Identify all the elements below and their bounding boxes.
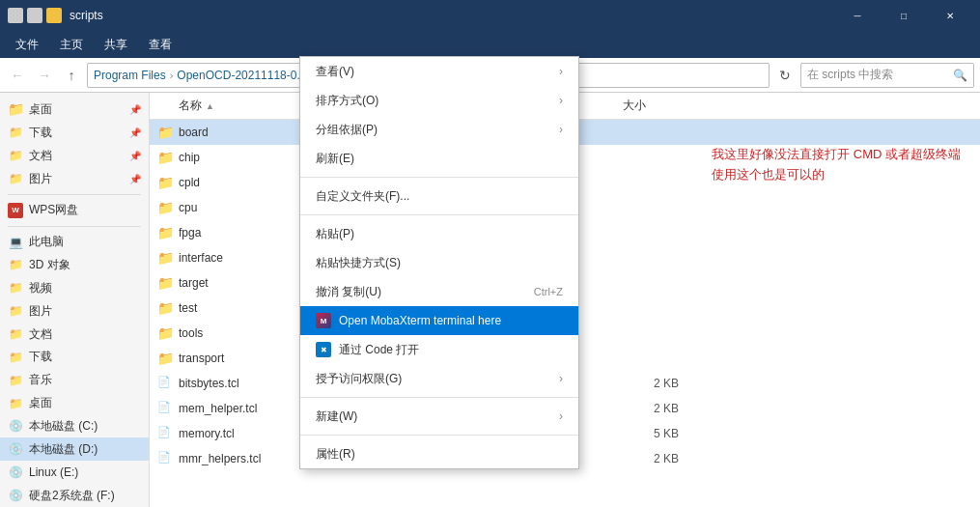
ctx-sort[interactable]: 排序方式(O) ›: [300, 86, 578, 115]
sidebar-item-pics2[interactable]: 📁 图片: [0, 299, 149, 323]
pin-icon-docs: 📌: [129, 151, 141, 161]
ctx-group[interactable]: 分组依据(P) ›: [300, 115, 578, 144]
sidebar-item-video[interactable]: 📁 视频: [0, 276, 149, 299]
sidebar-item-drive-e[interactable]: 💿 Linux (E:): [0, 461, 149, 484]
menu-home[interactable]: 主页: [50, 33, 93, 57]
ctx-refresh[interactable]: 刷新(E): [300, 144, 578, 173]
sidebar-label-drive-e: Linux (E:): [29, 465, 78, 479]
sidebar-item-drive-d[interactable]: 💿 本地磁盘 (D:): [0, 437, 149, 461]
folder-icon-download2: 📁: [8, 350, 23, 365]
file-size-memhelper: 2 KB: [602, 402, 679, 415]
sidebar-label-desktop2: 桌面: [29, 395, 52, 411]
refresh-button[interactable]: ↻: [773, 64, 797, 87]
minimize-button[interactable]: ─: [835, 0, 880, 31]
sidebar-item-drive-c[interactable]: 💿 本地磁盘 (C:): [0, 415, 149, 438]
ctx-group-label: 分组依据(P): [316, 122, 378, 138]
ctx-properties-label: 属性(R): [316, 446, 355, 463]
close-button[interactable]: ✕: [928, 0, 972, 31]
title-icon-2: [27, 8, 42, 23]
folder-icon-tools: 📁: [157, 325, 173, 341]
tcl-icon-memory: 📄: [157, 426, 173, 441]
search-placeholder: 在 scripts 中搜索: [807, 67, 893, 83]
folder-icon-pics2: 📁: [8, 303, 23, 319]
drive-icon-d: 💿: [8, 441, 23, 457]
menu-bar: 文件 主页 共享 查看: [0, 31, 980, 58]
annotation: 我这里好像没法直接打开 CMD 或者超级终端 使用这个也是可以的: [712, 145, 961, 185]
sidebar-item-drive-f[interactable]: 💿 硬盘2系统盘 (F:): [0, 484, 149, 507]
breadcrumb-sep-1: ›: [170, 70, 174, 81]
search-icon[interactable]: 🔍: [953, 69, 967, 82]
sidebar-item-pics[interactable]: 📁 图片 📌: [0, 167, 149, 190]
folder-icon-fpga: 📁: [157, 225, 173, 240]
menu-file[interactable]: 文件: [6, 33, 48, 57]
sidebar-label-wps: WPS网盘: [29, 202, 78, 218]
ctx-sep-3: [300, 397, 578, 398]
folder-icon-target: 📁: [157, 275, 173, 291]
sidebar-item-docs2[interactable]: 📁 文档: [0, 323, 149, 346]
folder-icon-desktop2: 📁: [8, 396, 23, 411]
ctx-properties[interactable]: 属性(R): [300, 439, 578, 468]
ctx-view-arrow: ›: [559, 65, 563, 78]
ctx-undo-label: 撤消 复制(U): [316, 284, 381, 300]
ctx-sep-4: [300, 435, 578, 436]
ctx-paste-shortcut-label: 粘贴快捷方式(S): [316, 255, 401, 271]
sidebar-item-desktop[interactable]: 📁 桌面 📌: [0, 99, 149, 122]
wps-icon: W: [8, 203, 23, 218]
maximize-button[interactable]: □: [882, 0, 926, 31]
sidebar-item-3d[interactable]: 📁 3D 对象: [0, 254, 149, 277]
sidebar-item-thispc[interactable]: 💻 此电脑: [0, 231, 149, 254]
pin-icon-desktop: 📌: [129, 104, 141, 115]
ctx-customize[interactable]: 自定义文件夹(F)...: [300, 182, 578, 211]
folder-icon-transport: 📁: [157, 351, 173, 366]
menu-view[interactable]: 查看: [139, 33, 182, 57]
ctx-vscode-label: 通过 Code 打开: [339, 342, 419, 358]
folder-icon-cpu: 📁: [157, 200, 173, 215]
title-bar-icons: [8, 8, 62, 23]
folder-icon-title: [46, 8, 62, 23]
ctx-paste-shortcut[interactable]: 粘贴快捷方式(S): [300, 248, 578, 277]
title-bar: scripts ─ □ ✕: [0, 0, 980, 31]
annotation-line1: 我这里好像没法直接打开 CMD 或者超级终端: [712, 147, 961, 161]
ctx-undo[interactable]: 撤消 复制(U) Ctrl+Z: [300, 277, 578, 306]
search-box[interactable]: 在 scripts 中搜索 🔍: [800, 63, 974, 88]
ctx-new[interactable]: 新建(W) ›: [300, 402, 578, 431]
up-button[interactable]: ↑: [60, 64, 83, 87]
sidebar-item-download[interactable]: 📁 下载 📌: [0, 121, 149, 144]
annotation-line2: 使用这个也是可以的: [712, 167, 825, 182]
folder-icon: 📁: [8, 101, 23, 117]
context-menu: 查看(V) › 排序方式(O) › 分组依据(P) › 刷新(E) 自定义文件夹…: [299, 56, 579, 469]
forward-button[interactable]: →: [33, 64, 56, 87]
sidebar-label-desktop: 桌面: [29, 101, 52, 118]
folder-icon-docs: 📁: [8, 148, 23, 163]
sidebar-label-drive-d: 本地磁盘 (D:): [29, 441, 98, 458]
ctx-sort-arrow: ›: [559, 94, 563, 107]
back-button[interactable]: ←: [6, 64, 29, 87]
ctx-access-arrow: ›: [559, 372, 563, 385]
sidebar-item-download2[interactable]: 📁 下载: [0, 346, 149, 369]
col-header-size[interactable]: 大小: [617, 93, 694, 119]
folder-icon-test: 📁: [157, 300, 173, 316]
sidebar-item-wps[interactable]: W WPS网盘: [0, 199, 149, 222]
pin-icon-download: 📌: [129, 127, 141, 138]
sidebar-item-music[interactable]: 📁 音乐: [0, 369, 149, 392]
ctx-paste[interactable]: 粘贴(P): [300, 219, 578, 248]
ctx-access[interactable]: 授予访问权限(G) ›: [300, 364, 578, 393]
sidebar-label-music: 音乐: [29, 372, 52, 388]
window-title: scripts: [70, 9, 835, 22]
title-controls: ─ □ ✕: [835, 0, 972, 31]
ctx-vscode[interactable]: ✖ 通过 Code 打开: [300, 335, 578, 364]
sidebar-item-desktop2[interactable]: 📁 桌面: [0, 392, 149, 415]
breadcrumb-program-files[interactable]: Program Files: [94, 69, 166, 82]
sidebar-label-pics2: 图片: [29, 303, 52, 320]
sidebar-label-download: 下载: [29, 125, 52, 141]
folder-icon-3d: 📁: [8, 257, 23, 272]
sidebar-label-drive-c: 本地磁盘 (C:): [29, 418, 98, 435]
ctx-view[interactable]: 查看(V) ›: [300, 57, 578, 86]
folder-icon-docs2: 📁: [8, 326, 23, 342]
sort-arrow: ▲: [206, 101, 214, 111]
ctx-new-arrow: ›: [559, 409, 563, 423]
sidebar-label-download2: 下载: [29, 349, 52, 365]
ctx-mobaxterm[interactable]: M Open MobaXterm terminal here: [300, 306, 578, 335]
menu-share[interactable]: 共享: [95, 33, 137, 57]
sidebar-item-docs[interactable]: 📁 文档 📌: [0, 144, 149, 167]
